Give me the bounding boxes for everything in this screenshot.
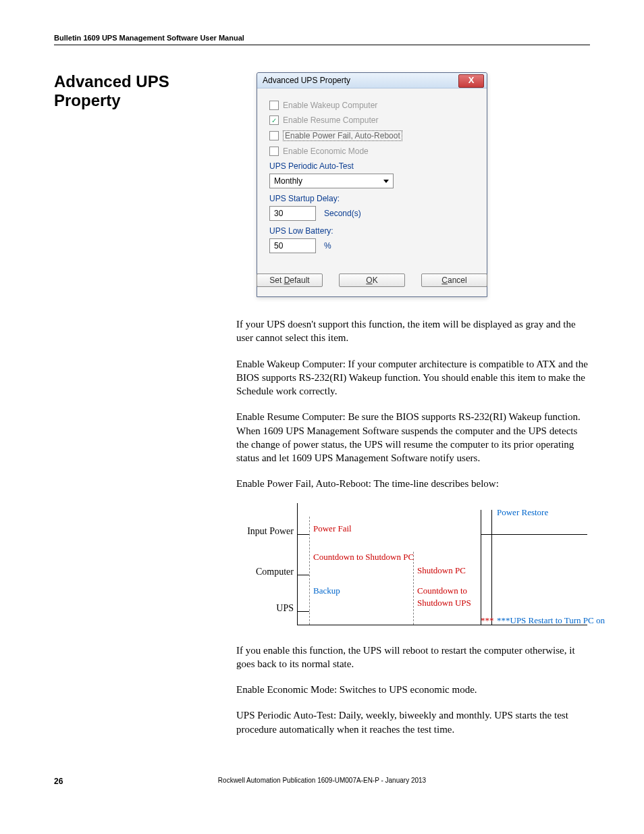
label-low-battery: UPS Low Battery: xyxy=(269,226,475,236)
cancel-button[interactable]: Cancel xyxy=(421,273,487,287)
dialog-titlebar: Advanced UPS Property X xyxy=(257,73,487,88)
unit-seconds: Second(s) xyxy=(324,209,361,218)
page-footer: 26 Rockwell Automation Publication 1609-… xyxy=(54,777,590,784)
body-paragraph: If your UPS doesn't support this functio… xyxy=(236,317,590,345)
tl-power-fail: Power Fail xyxy=(313,523,352,534)
advanced-ups-dialog: Advanced UPS Property X Enable Wakeup Co… xyxy=(257,72,487,297)
dialog-title: Advanced UPS Property xyxy=(263,76,350,85)
checkbox-powerfail[interactable]: Enable Power Fail, Auto-Reboot xyxy=(269,130,475,141)
checkbox-icon xyxy=(269,101,279,110)
publication-line: Rockwell Automation Publication 1609-UM0… xyxy=(218,777,426,784)
checkbox-label: Enable Power Fail, Auto-Reboot xyxy=(283,130,402,141)
tl-power-restore: Power Restore xyxy=(497,507,548,518)
checkbox-icon xyxy=(269,131,279,140)
body-paragraph: Enable Economic Mode: Switches to UPS ec… xyxy=(236,683,590,696)
tl-countdown-pc: Countdown to Shutdown PC xyxy=(313,552,414,563)
timeline-row-input: Input Power xyxy=(236,526,294,537)
input-low-battery[interactable]: 50 xyxy=(269,238,316,253)
checkbox-wakeup[interactable]: Enable Wakeup Computer xyxy=(269,101,475,110)
close-button[interactable]: X xyxy=(458,74,484,88)
checkbox-resume[interactable]: ✓ Enable Resume Computer xyxy=(269,115,475,125)
checkbox-economic[interactable]: Enable Economic Mode xyxy=(269,147,475,156)
combo-value: Monthly xyxy=(274,176,302,186)
chevron-down-icon xyxy=(383,180,389,183)
checkbox-label: Enable Economic Mode xyxy=(283,147,369,156)
unit-percent: % xyxy=(324,241,331,251)
ok-button[interactable]: OK xyxy=(339,273,405,287)
combo-autotest[interactable]: Monthly xyxy=(269,174,394,188)
body-paragraph: Enable Wakeup Computer: If your computer… xyxy=(236,357,590,398)
tl-countdown-to: Countdown to xyxy=(417,585,467,596)
tl-backup: Backup xyxy=(313,585,340,596)
timeline-diagram: Input Power Computer UPS xyxy=(236,503,590,631)
body-paragraph: UPS Periodic Auto-Test: Daily, weekly, b… xyxy=(236,708,590,736)
timeline-row-ups: UPS xyxy=(236,603,294,614)
set-default-button[interactable]: Set Default xyxy=(257,273,323,287)
label-startup-delay: UPS Startup Delay: xyxy=(269,194,475,203)
checkbox-label: Enable Wakeup Computer xyxy=(283,101,377,110)
body-paragraph: Enable Resume Computer: Be sure the BIOS… xyxy=(236,410,590,465)
running-header: Bulletin 1609 UPS Management Software Us… xyxy=(54,34,590,45)
checkbox-label: Enable Resume Computer xyxy=(283,115,378,125)
body-paragraph: If you enable this function, the UPS wil… xyxy=(236,644,590,671)
section-title: Advanced UPS Property xyxy=(54,72,230,110)
timeline-row-computer: Computer xyxy=(236,567,294,577)
label-autotest: UPS Periodic Auto-Test xyxy=(269,161,475,171)
tl-shutdown-ups: Shutdown UPS xyxy=(417,598,471,608)
tl-shutdown-pc: Shutdown PC xyxy=(417,565,466,576)
tl-stars: *** xyxy=(481,615,494,626)
tl-restart-note: ***UPS Restart to Turn PC on xyxy=(497,615,605,626)
checkbox-icon xyxy=(269,147,279,156)
checkbox-icon: ✓ xyxy=(269,115,279,125)
body-paragraph: Enable Power Fail, Auto-Reboot: The time… xyxy=(236,477,590,490)
page-number: 26 xyxy=(54,777,63,786)
input-startup-delay[interactable]: 30 xyxy=(269,206,316,221)
